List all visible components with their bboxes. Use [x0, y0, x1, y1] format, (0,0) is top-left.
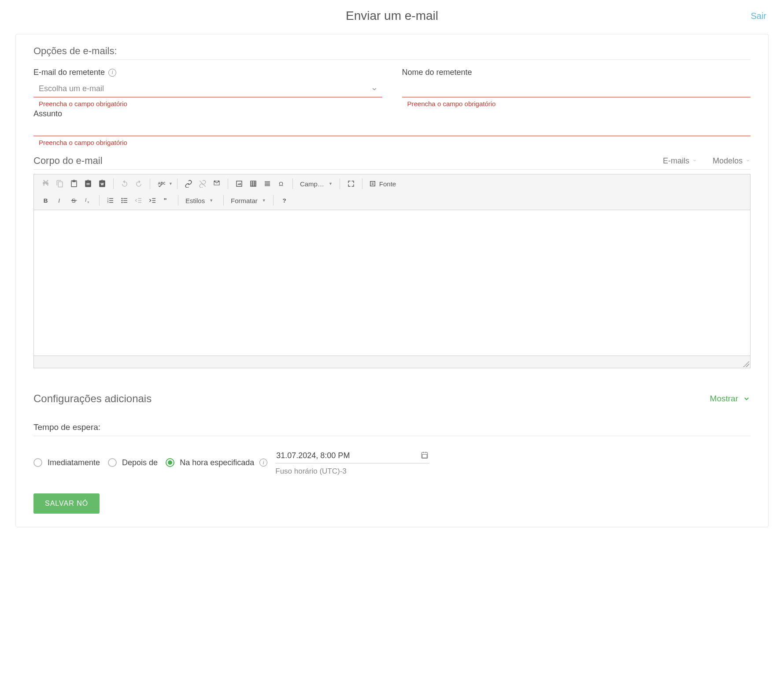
editor-content-area[interactable]: [34, 210, 750, 356]
sender-name-label: Nome do remetente: [402, 68, 472, 77]
exit-link[interactable]: Sair: [751, 11, 766, 21]
variables-dropdown[interactable]: Camp… ▼: [296, 178, 337, 189]
editor-footer: [34, 356, 750, 368]
link-icon[interactable]: [182, 177, 195, 190]
spellcheck-icon[interactable]: ABC: [155, 177, 168, 190]
info-icon[interactable]: i: [108, 69, 116, 77]
timezone-label: Fuso horário (UTC)-3: [275, 467, 429, 476]
sender-name-input[interactable]: [402, 81, 751, 97]
numbered-list-icon[interactable]: 123: [104, 194, 117, 207]
sender-email-select[interactable]: Escolha um e-mail: [33, 81, 382, 97]
svg-text:3: 3: [107, 201, 109, 204]
svg-point-12: [122, 202, 123, 203]
save-button[interactable]: SALVAR NÓ: [33, 493, 100, 514]
undo-icon[interactable]: [118, 177, 131, 190]
subject-label: Assunto: [33, 109, 751, 119]
anchor-icon[interactable]: [210, 177, 223, 190]
body-title: Corpo do e-mail: [33, 155, 103, 167]
calendar-icon: [421, 451, 429, 460]
indent-icon[interactable]: [146, 194, 159, 207]
remove-format-icon[interactable]: Ix: [81, 194, 95, 207]
table-icon[interactable]: [247, 177, 260, 190]
paste-icon[interactable]: [67, 177, 81, 190]
svg-text:I: I: [85, 197, 86, 203]
show-settings-toggle[interactable]: Mostrar: [710, 394, 751, 404]
rich-text-editor: ABC ▼ Ω Camp… ▼: [33, 174, 751, 368]
radio-immediate[interactable]: [33, 458, 42, 467]
radio-at-time-label: Na hora especificada: [180, 458, 254, 467]
chevron-down-icon: [743, 395, 751, 403]
sender-email-placeholder: Escolha um e-mail: [33, 84, 104, 93]
radio-after-label: Depois de: [122, 458, 158, 467]
italic-icon[interactable]: I: [53, 194, 67, 207]
templates-dropdown[interactable]: Modelos: [713, 156, 751, 166]
datetime-input[interactable]: 31.07.2024, 8:00 PM: [275, 449, 429, 463]
svg-text:x: x: [88, 200, 89, 204]
special-char-icon[interactable]: Ω: [275, 177, 288, 190]
sender-name-error: Preencha o campo obrigatório: [402, 97, 751, 107]
cut-icon[interactable]: [39, 177, 52, 190]
blockquote-icon[interactable]: ": [160, 194, 174, 207]
chevron-down-icon: [371, 85, 378, 93]
chevron-down-icon: [692, 158, 697, 164]
horizontal-rule-icon[interactable]: [261, 177, 274, 190]
svg-text:Ω: Ω: [279, 181, 283, 187]
source-button[interactable]: Fonte: [365, 178, 399, 189]
emails-dropdown[interactable]: E-mails: [663, 156, 697, 166]
paste-text-icon[interactable]: [81, 177, 95, 190]
svg-text:B: B: [44, 197, 48, 204]
chevron-down-icon: [745, 158, 751, 164]
bullet-list-icon[interactable]: [118, 194, 131, 207]
radio-immediate-label: Imediatamente: [48, 458, 100, 467]
svg-text:?: ?: [282, 197, 286, 204]
svg-point-11: [122, 200, 123, 201]
radio-after[interactable]: [108, 458, 117, 467]
editor-toolbar: ABC ▼ Ω Camp… ▼: [34, 174, 750, 210]
email-form-panel: Opções de e-mails: E-mail do remetente i…: [15, 34, 769, 527]
additional-settings-title: Configurações adicionais: [33, 393, 152, 405]
svg-text:I: I: [58, 197, 60, 204]
radio-at-time[interactable]: [166, 458, 174, 467]
maximize-icon[interactable]: [344, 177, 358, 190]
svg-point-10: [122, 198, 123, 199]
styles-dropdown[interactable]: Estilos ▼: [181, 195, 221, 206]
info-icon[interactable]: i: [259, 459, 267, 467]
svg-text:": ": [164, 196, 167, 204]
sender-email-label: E-mail do remetente: [33, 68, 105, 77]
strikethrough-icon[interactable]: S: [67, 194, 81, 207]
subject-error: Preencha o campo obrigatório: [33, 136, 751, 146]
paste-word-icon[interactable]: [96, 177, 109, 190]
image-icon[interactable]: [233, 177, 246, 190]
copy-icon[interactable]: [53, 177, 67, 190]
subject-input[interactable]: [33, 119, 751, 136]
wait-time-title: Tempo de espera:: [33, 422, 751, 436]
help-icon[interactable]: ?: [278, 194, 291, 207]
bold-icon[interactable]: B: [39, 194, 52, 207]
unlink-icon[interactable]: [196, 177, 209, 190]
resize-grip[interactable]: [743, 361, 749, 367]
redo-icon[interactable]: [132, 177, 145, 190]
svg-text:ABC: ABC: [158, 182, 166, 185]
email-options-title: Opções de e-mails:: [33, 45, 751, 60]
outdent-icon[interactable]: [132, 194, 145, 207]
format-dropdown[interactable]: Formatar ▼: [226, 195, 270, 206]
page-title: Enviar um e-mail: [346, 9, 438, 23]
sender-email-error: Preencha o campo obrigatório: [33, 97, 382, 107]
